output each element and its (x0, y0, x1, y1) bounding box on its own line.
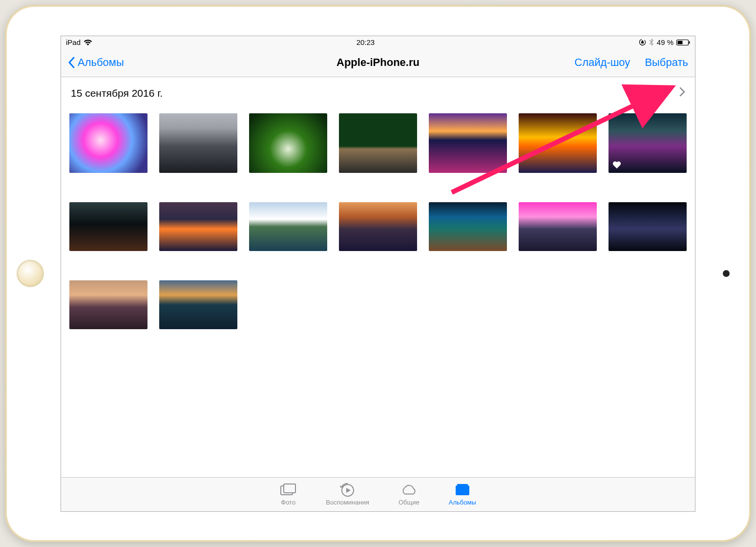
tab-photos[interactable]: Фото (280, 483, 296, 506)
photo-grid (71, 113, 685, 329)
svg-rect-2 (678, 41, 683, 44)
photo-thumbnail[interactable] (159, 202, 237, 251)
photo-thumbnail[interactable] (69, 113, 147, 173)
ipad-bezel: iPad 20:23 49 % (7, 7, 749, 540)
tab-bar: Фото Воспоминания Общие (61, 477, 695, 511)
svg-rect-3 (689, 41, 690, 43)
chevron-right-icon (679, 87, 685, 97)
tab-albums[interactable]: Альбомы (449, 483, 476, 506)
photo-thumbnail[interactable] (429, 202, 507, 251)
chevron-left-icon (68, 57, 76, 68)
photo-thumbnail[interactable] (429, 113, 507, 173)
status-bar: iPad 20:23 49 % (61, 36, 695, 49)
photo-thumbnail[interactable] (249, 113, 327, 173)
device-label: iPad (66, 38, 81, 46)
albums-icon (454, 483, 471, 497)
battery-icon (676, 39, 690, 46)
tab-label: Фото (281, 499, 295, 506)
back-button[interactable]: Альбомы (68, 56, 124, 69)
screen: iPad 20:23 49 % (61, 36, 695, 512)
select-button[interactable]: Выбрать (645, 56, 688, 69)
clock: 20:23 (357, 38, 375, 46)
front-camera (723, 270, 730, 277)
photo-thumbnail[interactable] (339, 113, 417, 173)
tab-label: Альбомы (449, 499, 476, 506)
photo-thumbnail[interactable] (609, 202, 687, 251)
home-button[interactable] (17, 260, 44, 287)
photo-thumbnail[interactable] (519, 202, 597, 251)
photo-thumbnail[interactable] (159, 113, 237, 173)
photo-thumbnail[interactable] (159, 280, 237, 329)
memories-icon (339, 483, 356, 497)
svg-rect-9 (457, 484, 468, 485)
photo-thumbnail[interactable] (339, 202, 417, 251)
svg-rect-8 (456, 485, 469, 495)
photo-thumbnail[interactable] (249, 202, 327, 251)
section-disclosure-button[interactable] (679, 87, 685, 100)
section-date: 15 сентября 2016 г. (71, 87, 163, 99)
photos-icon (280, 483, 296, 497)
wifi-icon (84, 39, 92, 46)
photo-thumbnail[interactable] (69, 280, 147, 329)
favorite-icon (612, 161, 621, 169)
photo-thumbnail[interactable] (519, 113, 597, 173)
section-header: 15 сентября 2016 г. (71, 87, 685, 100)
cloud-icon (400, 483, 417, 497)
battery-label: 49 % (657, 38, 673, 46)
photo-thumbnail[interactable] (69, 202, 147, 251)
tab-label: Воспоминания (326, 499, 369, 506)
content-area: 15 сентября 2016 г. (61, 77, 695, 477)
slideshow-button[interactable]: Слайд-шоу (574, 56, 630, 69)
nav-bar: Альбомы Apple-iPhone.ru Слайд-шоу Выбрат… (61, 49, 695, 77)
orientation-lock-icon (639, 39, 646, 46)
tab-label: Общие (399, 499, 420, 506)
tab-shared[interactable]: Общие (399, 483, 420, 506)
svg-rect-6 (284, 484, 295, 493)
tab-memories[interactable]: Воспоминания (326, 483, 369, 506)
back-label: Альбомы (78, 56, 124, 69)
bluetooth-icon (649, 39, 654, 46)
photo-thumbnail[interactable] (609, 113, 687, 173)
ipad-frame: iPad 20:23 49 % (5, 5, 751, 542)
